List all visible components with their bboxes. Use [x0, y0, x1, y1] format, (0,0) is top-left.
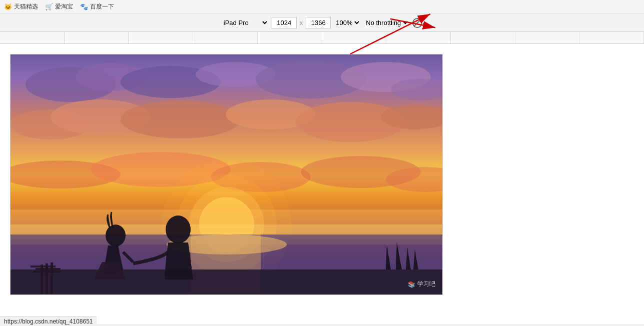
tab-2[interactable] — [65, 32, 129, 44]
device-selector[interactable]: iPad Pro Responsive iPhone 6/7/8 Galaxy … — [222, 18, 269, 27]
bookmark-tianmao-label: 天猫精选 — [14, 2, 38, 11]
bookmark-baidu[interactable]: 🐾 百度一下 — [80, 2, 114, 11]
anime-image: 📚 学习吧 — [11, 54, 442, 294]
svg-point-38 — [166, 216, 191, 244]
bookmarks-bar: 🐱 天猫精选 🛒 爱淘宝 🐾 百度一下 — [0, 0, 644, 14]
svg-rect-34 — [31, 266, 56, 268]
devtools-tabs — [0, 32, 644, 44]
tianmao-icon: 🐱 — [4, 3, 12, 11]
watermark-text: 学习吧 — [417, 280, 435, 288]
zoom-selector[interactable]: 100% 50% 75% 125% 150% — [334, 18, 361, 27]
url-text: https://blog.csdn.net/qq_4108651 — [4, 318, 93, 325]
url-bar: https://blog.csdn.net/qq_4108651 — [0, 316, 97, 326]
tab-3[interactable] — [129, 32, 193, 44]
tab-1[interactable] — [0, 32, 65, 44]
clouds-svg — [11, 54, 442, 294]
bookmark-aitaobao-label: 爱淘宝 — [55, 2, 73, 11]
devtools-toolbar: iPad Pro Responsive iPhone 6/7/8 Galaxy … — [0, 14, 644, 32]
bookmark-aitaobao[interactable]: 🛒 爱淘宝 — [45, 2, 73, 11]
baidu-icon: 🐾 — [80, 3, 88, 11]
tab-10[interactable] — [579, 32, 644, 44]
width-input[interactable] — [272, 17, 297, 29]
bookmark-tianmao[interactable]: 🐱 天猫精选 — [4, 2, 38, 11]
no-capture-icon[interactable] — [412, 18, 422, 28]
device-dropdown[interactable]: iPad Pro Responsive iPhone 6/7/8 Galaxy … — [222, 18, 269, 27]
watermark: 📚 学习吧 — [408, 280, 435, 288]
tab-5[interactable] — [258, 32, 322, 44]
aitaobao-icon: 🛒 — [45, 3, 53, 11]
height-input[interactable] — [306, 17, 331, 29]
tab-8[interactable] — [451, 32, 515, 44]
throttle-selector[interactable]: No throttling Fast 3G Slow 3G Offline — [364, 18, 409, 27]
bookmark-baidu-label: 百度一下 — [90, 2, 114, 11]
watermark-icon: 📚 — [408, 281, 415, 288]
svg-point-12 — [121, 100, 241, 138]
tab-9[interactable] — [515, 32, 580, 44]
dimension-separator: x — [300, 19, 303, 26]
svg-rect-30 — [11, 270, 442, 294]
viewport-frame: 📚 学习吧 — [10, 54, 443, 295]
throttle-dropdown[interactable]: No throttling Fast 3G Slow 3G Offline — [364, 18, 409, 27]
svg-rect-35 — [36, 268, 61, 270]
svg-point-37 — [106, 224, 126, 246]
main-content: 📚 学习吧 — [0, 44, 644, 324]
zoom-dropdown[interactable]: 100% 50% 75% 125% 150% — [334, 18, 361, 27]
tab-6[interactable] — [322, 32, 387, 44]
tab-7[interactable] — [386, 32, 451, 44]
toolbar-controls: iPad Pro Responsive iPhone 6/7/8 Galaxy … — [5, 17, 639, 29]
svg-rect-36 — [33, 270, 61, 272]
tab-4[interactable] — [193, 32, 258, 44]
